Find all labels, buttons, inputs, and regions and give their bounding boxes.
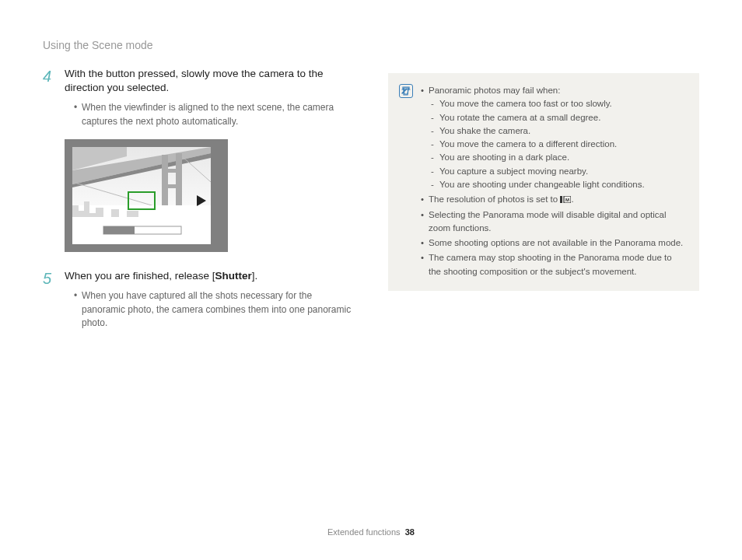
step-text: With the button pressed, slowly move the… [65, 67, 357, 95]
page-footer: Extended functions 38 [0, 527, 742, 537]
step-5: 5 When you are finished, release [Shutte… [43, 269, 357, 330]
section-title: Using the Scene mode [43, 39, 699, 51]
svg-rect-12 [72, 205, 211, 244]
panorama-illustration [65, 139, 228, 252]
resolution-icon: M [560, 193, 571, 206]
step-sub-item: When you have captured all the shots nec… [74, 289, 357, 330]
note-detail: You capture a subject moving nearby. [429, 165, 685, 178]
content-columns: 4 With the button pressed, slowly move t… [43, 67, 699, 338]
step-sub-list: When the viewfinder is aligned to the ne… [65, 101, 357, 128]
svg-rect-9 [162, 184, 182, 188]
page-number: 38 [405, 527, 415, 537]
note-detail: You are shooting in a dark place. [429, 151, 685, 164]
step-text-bold: Shutter [215, 270, 252, 282]
note-detail: You rotate the camera at a small degree. [429, 111, 685, 124]
step-body: With the button pressed, slowly move the… [65, 67, 357, 128]
step-4: 4 With the button pressed, slowly move t… [43, 67, 357, 128]
note-text-post: . [571, 194, 573, 204]
footer-section: Extended functions [327, 527, 401, 537]
note-detail: You shake the camera. [429, 124, 685, 138]
step-text: When you are finished, release [Shutter]… [65, 269, 357, 283]
note-detail: You move the camera to a different direc… [429, 138, 685, 151]
note-item: Selecting the Panorama mode will disable… [421, 208, 685, 236]
note-detail: You are shooting under changeable light … [429, 178, 685, 191]
note-item: Some shooting options are not available … [421, 236, 685, 250]
svg-rect-16 [103, 226, 135, 234]
step-sub-list: When you have captured all the shots nec… [65, 289, 357, 330]
left-column: 4 With the button pressed, slowly move t… [43, 67, 357, 338]
step-number: 4 [43, 67, 55, 128]
right-column: Panoramic photos may fail when: You move… [388, 67, 699, 338]
note-box: Panoramic photos may fail when: You move… [388, 73, 699, 291]
step-text-post: ]. [252, 270, 258, 282]
svg-text:M: M [565, 198, 569, 202]
step-body: When you are finished, release [Shutter]… [65, 269, 357, 330]
note-content: Panoramic photos may fail when: You move… [421, 84, 685, 280]
note-item: Panoramic photos may fail when: You move… [421, 84, 685, 191]
svg-rect-8 [162, 169, 182, 173]
svg-rect-18 [560, 196, 562, 203]
note-text-pre: The resolution of photos is set to [429, 194, 560, 204]
note-icon [399, 84, 413, 98]
note-item: The resolution of photos is set to M. [421, 193, 685, 207]
note-item: The camera may stop shooting in the Pano… [421, 251, 685, 278]
step-sub-item: When the viewfinder is aligned to the ne… [74, 101, 357, 128]
step-text-pre: When you are finished, release [ [65, 270, 215, 282]
note-detail: You move the camera too fast or too slow… [429, 97, 685, 110]
svg-rect-6 [162, 155, 168, 209]
svg-rect-7 [176, 153, 182, 209]
note-lead: Panoramic photos may fail when: [429, 86, 560, 95]
step-number: 5 [43, 269, 55, 330]
